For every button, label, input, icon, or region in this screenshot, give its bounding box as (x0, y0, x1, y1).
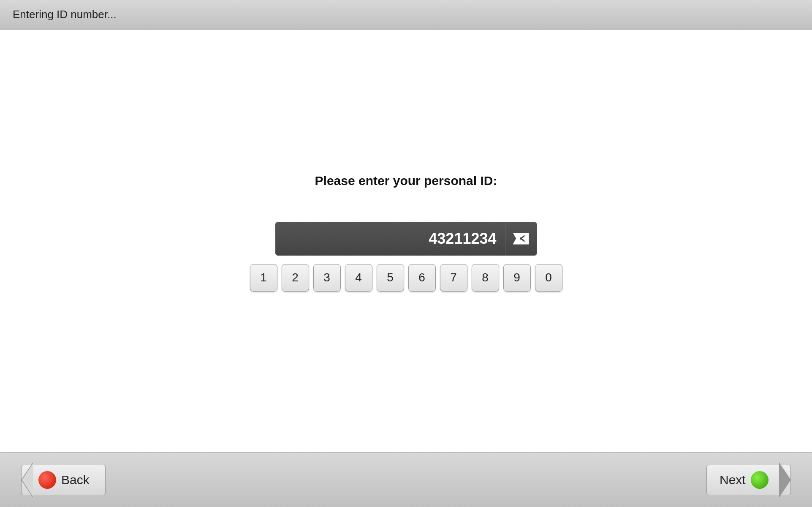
id-input-container: 43211234 1 2 3 4 5 6 7 8 9 0 (250, 222, 562, 292)
next-label: Next (720, 473, 746, 487)
key-0[interactable]: 0 (535, 264, 562, 292)
key-9[interactable]: 9 (503, 264, 531, 292)
back-circle-icon (38, 471, 56, 489)
title-bar-text: Entering ID number... (13, 8, 117, 21)
key-8[interactable]: 8 (472, 264, 499, 292)
backspace-icon (513, 233, 529, 245)
footer-bar: Back Next (0, 452, 812, 507)
next-button[interactable]: Next (706, 465, 791, 495)
backspace-button[interactable] (505, 222, 537, 255)
back-button-inner: Back (38, 471, 90, 489)
key-4[interactable]: 4 (345, 264, 372, 292)
key-3[interactable]: 3 (313, 264, 341, 292)
key-7[interactable]: 7 (440, 264, 467, 292)
next-circle-icon (751, 471, 769, 489)
title-bar: Entering ID number... (0, 0, 812, 30)
back-button[interactable]: Back (21, 465, 106, 495)
id-display-value: 43211234 (276, 222, 505, 255)
key-5[interactable]: 5 (377, 264, 404, 292)
keypad: 1 2 3 4 5 6 7 8 9 0 (250, 264, 562, 292)
key-1[interactable]: 1 (250, 264, 277, 292)
main-content: Please enter your personal ID: 43211234 … (0, 30, 812, 452)
back-label: Back (61, 473, 90, 487)
id-display: 43211234 (275, 222, 537, 256)
next-button-inner: Next (720, 471, 769, 489)
key-6[interactable]: 6 (408, 264, 436, 292)
key-2[interactable]: 2 (282, 264, 309, 292)
prompt-text: Please enter your personal ID: (315, 174, 497, 188)
